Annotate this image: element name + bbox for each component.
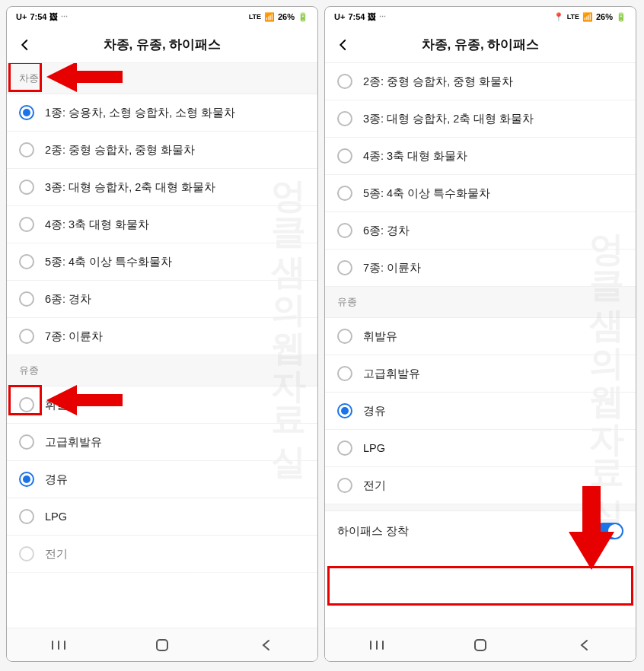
recent-icon bbox=[369, 640, 384, 650]
vehicle-option-6[interactable]: 6종: 경차 bbox=[7, 281, 317, 318]
radio-icon bbox=[19, 472, 34, 487]
back-button[interactable] bbox=[334, 36, 352, 54]
fuel-option-5[interactable]: 전기 bbox=[325, 467, 636, 504]
fuel-option-2[interactable]: 고급휘발유 bbox=[325, 355, 636, 393]
vehicle-option-4[interactable]: 4종: 3축 대형 화물차 bbox=[325, 138, 636, 175]
radio-icon bbox=[19, 291, 34, 307]
back-button[interactable] bbox=[16, 36, 34, 54]
option-label: 경유 bbox=[363, 404, 386, 418]
fuel-option-3[interactable]: 경유 bbox=[325, 393, 636, 430]
signal-icon: 📶 bbox=[264, 12, 275, 22]
radio-icon bbox=[19, 254, 34, 269]
recent-apps-button[interactable] bbox=[36, 640, 81, 650]
radio-icon bbox=[337, 223, 352, 238]
option-label: 휘발유 bbox=[363, 329, 397, 344]
time-label: 7:54 bbox=[348, 12, 365, 21]
fuel-option-4[interactable]: LPG bbox=[325, 430, 636, 467]
vehicle-option-5[interactable]: 5종: 4축 이상 특수화물차 bbox=[325, 175, 636, 212]
back-nav-button[interactable] bbox=[561, 639, 607, 651]
fuel-option-2[interactable]: 고급휘발유 bbox=[7, 424, 317, 461]
home-button[interactable] bbox=[457, 638, 503, 652]
recent-icon bbox=[51, 640, 66, 650]
fuel-option-3[interactable]: 경유 bbox=[7, 461, 317, 498]
radio-icon bbox=[19, 142, 34, 157]
radio-icon bbox=[337, 478, 352, 493]
option-label: 6종: 경차 bbox=[45, 292, 91, 307]
carrier-label: U+ bbox=[334, 12, 345, 21]
option-label: 휘발유 bbox=[45, 398, 79, 412]
option-label: 전기 bbox=[363, 479, 386, 493]
content-right: 엉클샘의웹자료실 2종: 중형 승합차, 중형 화물차 3종: 대형 승합차, … bbox=[325, 63, 636, 628]
hipass-label: 하이패스 장착 bbox=[337, 524, 409, 539]
phone-left: U+ 7:54 🖼 ⋯ LTE 📶 26% 🔋 차종, 유종, 하이패스 엉클샘… bbox=[6, 6, 318, 662]
back-icon bbox=[579, 639, 589, 651]
vehicle-option-2[interactable]: 2종: 중형 승합차, 중형 화물차 bbox=[7, 132, 317, 169]
radio-icon bbox=[19, 217, 34, 232]
vehicle-option-6[interactable]: 6종: 경차 bbox=[325, 212, 636, 250]
option-label: LPG bbox=[45, 510, 67, 523]
vehicle-option-7[interactable]: 7종: 이륜차 bbox=[325, 250, 636, 287]
recent-apps-button[interactable] bbox=[354, 640, 400, 650]
radio-icon bbox=[337, 148, 352, 164]
phone-right: U+ 7:54 🖼 ⋯ 📍 LTE 📶 26% 🔋 차종, 유종, 하이패스 엉… bbox=[324, 6, 636, 662]
radio-icon bbox=[337, 366, 352, 381]
status-bar: U+ 7:54 🖼 ⋯ 📍 LTE 📶 26% 🔋 bbox=[325, 7, 636, 27]
vehicle-option-2[interactable]: 2종: 중형 승합차, 중형 화물차 bbox=[325, 63, 636, 100]
option-label: 고급휘발유 bbox=[45, 435, 102, 450]
battery-label: 26% bbox=[278, 12, 295, 21]
vehicle-option-1[interactable]: 1종: 승용차, 소형 승합차, 소형 화물차 bbox=[7, 94, 317, 132]
option-label: LPG bbox=[363, 442, 385, 454]
page-title: 차종, 유종, 하이패스 bbox=[422, 36, 540, 53]
option-label: 고급휘발유 bbox=[363, 367, 420, 381]
option-label: 3종: 대형 승합차, 2축 대형 화물차 bbox=[363, 112, 534, 126]
option-label: 6종: 경차 bbox=[363, 224, 410, 238]
vehicle-option-7[interactable]: 7종: 이륜차 bbox=[7, 318, 317, 355]
fuel-option-4[interactable]: LPG bbox=[7, 498, 317, 536]
option-label: 전기 bbox=[45, 547, 68, 561]
network-label: LTE bbox=[249, 13, 261, 21]
vehicle-option-4[interactable]: 4종: 3축 대형 화물차 bbox=[7, 206, 317, 243]
fuel-option-1[interactable]: 휘발유 bbox=[7, 386, 317, 424]
home-button[interactable] bbox=[139, 638, 185, 652]
option-label: 2종: 중형 승합차, 중형 화물차 bbox=[45, 143, 195, 157]
network-label: LTE bbox=[567, 13, 579, 21]
option-label: 경유 bbox=[45, 472, 68, 487]
option-label: 2종: 중형 승합차, 중형 화물차 bbox=[363, 75, 513, 89]
radio-icon bbox=[337, 74, 352, 89]
battery-label: 26% bbox=[596, 12, 613, 21]
radio-icon bbox=[19, 397, 34, 412]
vehicle-option-3[interactable]: 3종: 대형 승합차, 2축 대형 화물차 bbox=[325, 100, 636, 138]
photo-icon: 🖼 bbox=[368, 12, 376, 21]
back-nav-button[interactable] bbox=[243, 639, 289, 651]
vehicle-option-3[interactable]: 3종: 대형 승합차, 2축 대형 화물차 bbox=[7, 169, 317, 206]
page-title: 차종, 유종, 하이패스 bbox=[104, 36, 222, 53]
radio-icon bbox=[337, 440, 352, 456]
radio-icon bbox=[19, 105, 34, 120]
vehicle-option-5[interactable]: 5종: 4축 이상 특수화물차 bbox=[7, 243, 317, 281]
fuel-option-1[interactable]: 휘발유 bbox=[325, 318, 636, 355]
section-fuel-type: 유종 bbox=[7, 355, 317, 386]
option-label: 1종: 승용차, 소형 승합차, 소형 화물차 bbox=[45, 106, 235, 120]
android-nav-bar bbox=[325, 628, 636, 661]
option-label: 7종: 이륜차 bbox=[363, 261, 421, 275]
signal-icon: 📶 bbox=[582, 12, 593, 22]
home-icon bbox=[473, 638, 487, 652]
hipass-toggle-row[interactable]: 하이패스 장착 bbox=[325, 511, 636, 551]
radio-icon bbox=[337, 186, 352, 201]
carrier-label: U+ bbox=[16, 12, 27, 21]
option-label: 7종: 이륜차 bbox=[45, 329, 103, 344]
battery-icon: 🔋 bbox=[616, 12, 626, 22]
svg-rect-1 bbox=[475, 640, 486, 650]
content-left: 엉클샘의웹자료실 차종 1종: 승용차, 소형 승합차, 소형 화물차 2종: … bbox=[7, 63, 317, 628]
radio-icon bbox=[337, 403, 352, 418]
option-label: 5종: 4축 이상 특수화물차 bbox=[363, 186, 490, 201]
option-label: 3종: 대형 승합차, 2축 대형 화물차 bbox=[45, 180, 215, 195]
fuel-option-5[interactable]: 전기 bbox=[7, 536, 317, 573]
option-label: 4종: 3축 대형 화물차 bbox=[45, 218, 149, 232]
radio-icon bbox=[19, 180, 34, 195]
home-icon bbox=[155, 638, 169, 652]
section-vehicle-type: 차종 bbox=[7, 63, 317, 94]
toggle-switch[interactable] bbox=[595, 523, 623, 539]
svg-rect-0 bbox=[157, 640, 167, 650]
chevron-left-icon bbox=[336, 38, 350, 52]
